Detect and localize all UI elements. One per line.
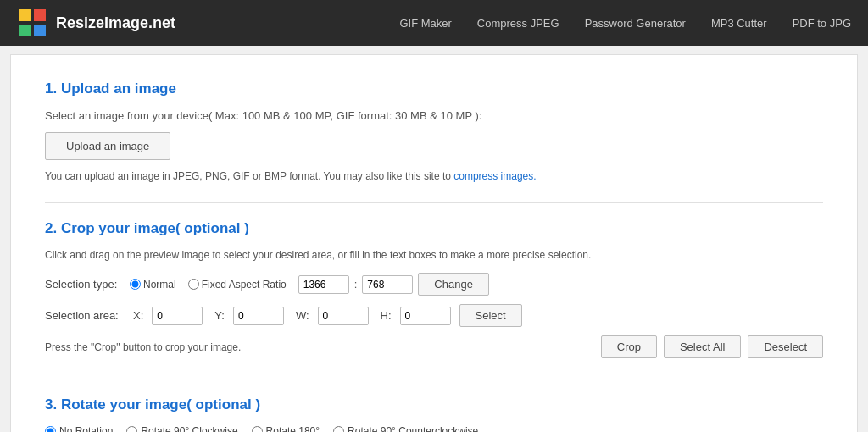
rotate-section-title: 3. Rotate your image( optional ): [45, 396, 823, 413]
aspect-height-input[interactable]: [362, 275, 413, 294]
change-button[interactable]: Change: [418, 273, 489, 296]
crop-section: 2. Crop your image( optional ) Click and…: [45, 220, 823, 358]
w-label: W:: [296, 309, 309, 322]
rotate-no-rotation-text: No Rotation: [59, 425, 113, 432]
radio-normal-label[interactable]: Normal: [130, 279, 176, 291]
deselect-button[interactable]: Deselect: [748, 335, 823, 358]
svg-rect-3: [34, 25, 46, 36]
compress-images-link[interactable]: compress images.: [453, 170, 536, 182]
h-input[interactable]: [400, 307, 451, 325]
radio-rotate-cw90[interactable]: [126, 426, 137, 433]
rotate-ccw90-text: Rotate 90° Counterclockwise: [348, 425, 478, 432]
svg-rect-0: [19, 9, 31, 21]
select-all-button[interactable]: Select All: [664, 335, 741, 358]
selection-area-row: Selection area: X: Y: W: H: Select: [45, 304, 823, 327]
rotate-no-rotation-label[interactable]: No Rotation: [45, 425, 113, 432]
rotate-ccw90-label[interactable]: Rotate 90° Counterclockwise: [333, 425, 478, 432]
w-input[interactable]: [318, 307, 369, 325]
aspect-width-input[interactable]: [298, 275, 349, 294]
upload-button[interactable]: Upload an image: [45, 132, 170, 160]
upload-section-title: 1. Upload an image: [45, 80, 823, 97]
header: ResizeImage.net GIF Maker Compress JPEG …: [0, 0, 868, 46]
crop-desc: Click and drag on the preview image to s…: [45, 249, 823, 261]
logo-icon: [17, 8, 47, 38]
logo-area: ResizeImage.net: [17, 8, 175, 38]
radio-rotate-ccw90[interactable]: [333, 426, 344, 433]
svg-rect-1: [34, 9, 46, 21]
crop-button[interactable]: Crop: [601, 335, 657, 358]
rotate-180-label[interactable]: Rotate 180°: [252, 425, 320, 432]
crop-buttons-row: Press the "Crop" button to crop your ima…: [45, 335, 823, 358]
rotate-cw90-text: Rotate 90° Clockwise: [141, 425, 237, 432]
radio-normal[interactable]: [130, 279, 141, 290]
rotate-radio-group: No Rotation Rotate 90° Clockwise Rotate …: [45, 425, 823, 432]
selection-area-label: Selection area:: [45, 309, 121, 322]
svg-rect-2: [19, 25, 31, 36]
crop-section-title: 2. Crop your image( optional ): [45, 220, 823, 237]
radio-fixed-text: Fixed Aspect Ratio: [202, 279, 287, 291]
site-title: ResizeImage.net: [56, 14, 175, 32]
rotate-cw90-label[interactable]: Rotate 90° Clockwise: [126, 425, 237, 432]
divider-2: [45, 379, 823, 379]
x-label: X:: [133, 309, 143, 322]
select-button[interactable]: Select: [459, 304, 522, 327]
upload-section: 1. Upload an image Select an image from …: [45, 80, 823, 182]
rotate-section: 3. Rotate your image( optional ) No Rota…: [45, 396, 823, 432]
selection-type-radio-group: Normal Fixed Aspect Ratio : Change: [130, 273, 489, 296]
crop-buttons-group: Crop Select All Deselect: [601, 335, 823, 358]
y-input[interactable]: [233, 307, 284, 325]
selection-type-label: Selection type:: [45, 278, 121, 291]
nav-compress-jpeg[interactable]: Compress JPEG: [477, 17, 559, 30]
y-label: Y:: [214, 309, 225, 322]
radio-no-rotation[interactable]: [45, 426, 56, 433]
radio-fixed-label[interactable]: Fixed Aspect Ratio: [188, 279, 287, 291]
aspect-colon: :: [354, 278, 358, 291]
format-note-prefix: You can upload an image in JPEG, PNG, GI…: [45, 170, 453, 182]
selection-type-row: Selection type: Normal Fixed Aspect Rati…: [45, 273, 823, 296]
radio-rotate-180[interactable]: [252, 426, 263, 433]
nav-password-generator[interactable]: Password Generator: [585, 17, 686, 30]
main-content: 1. Upload an image Select an image from …: [10, 54, 858, 432]
radio-normal-text: Normal: [143, 279, 176, 291]
x-input[interactable]: [152, 307, 203, 325]
format-note: You can upload an image in JPEG, PNG, GI…: [45, 170, 823, 182]
crop-press-note: Press the "Crop" button to crop your ima…: [45, 341, 594, 353]
rotate-180-text: Rotate 180°: [266, 425, 320, 432]
nav-pdf-to-jpg[interactable]: PDF to JPG: [793, 17, 851, 30]
nav: GIF Maker Compress JPEG Password Generat…: [399, 17, 851, 30]
nav-mp3-cutter[interactable]: MP3 Cutter: [711, 17, 767, 30]
radio-fixed[interactable]: [188, 279, 199, 290]
h-label: H:: [381, 309, 392, 322]
nav-gif-maker[interactable]: GIF Maker: [399, 17, 451, 30]
upload-desc: Select an image from your device( Max: 1…: [45, 109, 823, 122]
divider-1: [45, 202, 823, 203]
